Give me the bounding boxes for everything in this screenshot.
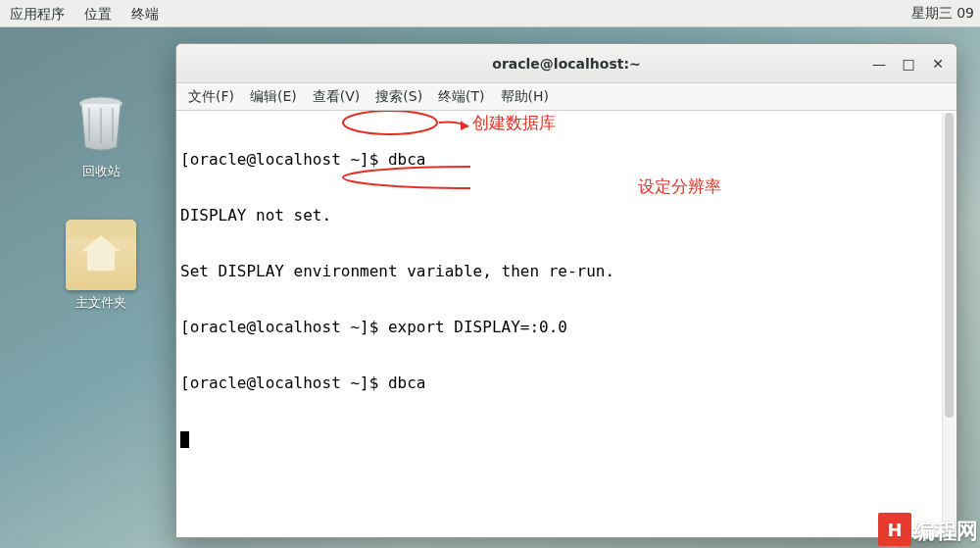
folder-home-icon bbox=[66, 220, 136, 290]
terminal-cursor-line bbox=[180, 429, 953, 448]
annotation-set-resolution: 设定分辨率 bbox=[638, 177, 721, 196]
scrollbar-thumb[interactable] bbox=[945, 113, 954, 418]
watermark-text: 编程网 bbox=[913, 517, 978, 546]
svg-point-1 bbox=[343, 111, 437, 134]
terminal-line: DISPLAY not set. bbox=[180, 206, 953, 224]
svg-marker-2 bbox=[461, 121, 468, 130]
watermark-badge: H bbox=[878, 513, 911, 546]
terminal-cursor bbox=[180, 431, 189, 448]
terminal-line: [oracle@localhost ~]$ dbca bbox=[180, 150, 953, 169]
annotation-create-db: 创建数据库 bbox=[472, 114, 556, 132]
window-titlebar[interactable]: oracle@localhost:~ — □ ✕ bbox=[176, 44, 956, 83]
menu-edit[interactable]: 编辑(E) bbox=[242, 88, 305, 106]
desktop-trash-label: 回收站 bbox=[57, 163, 145, 180]
topbar-terminal[interactable]: 终端 bbox=[122, 0, 169, 27]
terminal-window: oracle@localhost:~ — □ ✕ 文件(F) 编辑(E) 查看(… bbox=[175, 43, 957, 538]
menu-file[interactable]: 文件(F) bbox=[180, 88, 242, 106]
terminal-line: [oracle@localhost ~]$ export DISPLAY=:0.… bbox=[180, 318, 953, 336]
terminal-line: Set DISPLAY environment variable, then r… bbox=[180, 262, 953, 280]
topbar-places[interactable]: 位置 bbox=[74, 0, 122, 27]
window-title: oracle@localhost:~ bbox=[492, 56, 640, 72]
menu-terminal[interactable]: 终端(T) bbox=[430, 88, 492, 106]
site-watermark: H 编程网 bbox=[878, 513, 978, 546]
annotation-overlay bbox=[176, 111, 470, 258]
menu-search[interactable]: 搜索(S) bbox=[368, 88, 430, 106]
desktop-trash-icon[interactable]: 回收站 bbox=[57, 88, 145, 180]
terminal-line: [oracle@localhost ~]$ dbca bbox=[180, 374, 953, 392]
window-minimize-button[interactable]: — bbox=[866, 52, 892, 75]
window-maximize-button[interactable]: □ bbox=[896, 52, 921, 75]
desktop-home-icon[interactable]: 主文件夹 bbox=[57, 220, 145, 312]
window-close-button[interactable]: ✕ bbox=[925, 52, 951, 75]
menu-view[interactable]: 查看(V) bbox=[305, 88, 368, 106]
menu-help[interactable]: 帮助(H) bbox=[493, 88, 557, 106]
desktop-topbar: 应用程序 位置 终端 星期三 09 bbox=[0, 0, 980, 27]
terminal-menubar: 文件(F) 编辑(E) 查看(V) 搜索(S) 终端(T) 帮助(H) bbox=[176, 83, 956, 111]
topbar-apps[interactable]: 应用程序 bbox=[0, 0, 74, 27]
terminal-body[interactable]: [oracle@localhost ~]$ dbca DISPLAY not s… bbox=[176, 111, 956, 537]
trash-icon bbox=[66, 88, 136, 159]
svg-point-3 bbox=[343, 167, 470, 188]
terminal-scrollbar[interactable] bbox=[942, 113, 956, 536]
desktop-home-label: 主文件夹 bbox=[57, 294, 145, 312]
topbar-clock: 星期三 09 bbox=[911, 5, 980, 23]
